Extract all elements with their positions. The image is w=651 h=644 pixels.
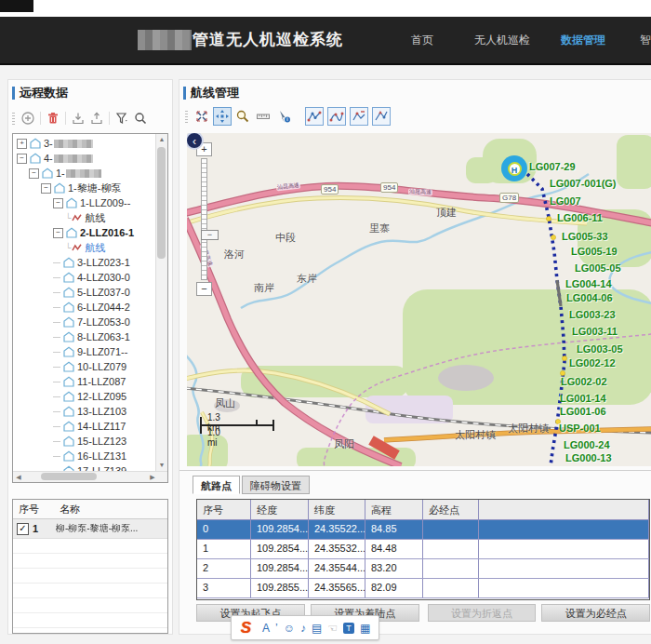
waypoint-row-1[interactable]: 1109.2854...24.35532...84.48 xyxy=(197,540,649,559)
map-canvas[interactable]: ‹ + − − H LG007-29LG007-001(G)LG007LG006… xyxy=(187,133,651,466)
tree-node-16-LLZ131[interactable]: 16-LLZ131 xyxy=(13,449,156,463)
route-add-waypoint-icon[interactable] xyxy=(305,107,324,126)
helipad-marker[interactable]: H xyxy=(501,155,527,181)
zoom-slider-handle[interactable]: − xyxy=(201,230,219,240)
cell: 24.35544... xyxy=(309,559,365,578)
tree-node-7-LLZ053-0[interactable]: 7-LLZ053-0 xyxy=(13,315,156,329)
tree-node-6-LLZ044-2[interactable]: 6-LLZ044-2 xyxy=(13,300,156,315)
tab-航路点[interactable]: 航路点 xyxy=(193,476,240,494)
collapse-toggle[interactable]: − xyxy=(29,168,39,179)
scroll-up-arrow[interactable]: ▲ xyxy=(156,134,167,145)
tree-node-label: 2-LLZ016-1 xyxy=(80,227,134,238)
col-header-0: 序号 xyxy=(197,500,251,519)
waypoint-table: 序号经度纬度高程必经点0109.2854...24.35522...84.851… xyxy=(196,499,650,600)
nav-item-4[interactable]: 智 xyxy=(640,33,651,48)
tree-node-[interactable]: └航线 xyxy=(13,210,156,225)
collapse-toggle[interactable]: − xyxy=(53,228,63,238)
zoom-icon[interactable] xyxy=(233,107,252,126)
tree-node-3-[interactable]: +3- xyxy=(13,136,156,151)
nav-item-3[interactable]: 数据管理 xyxy=(561,33,605,48)
tree-node-5-LLZ037-0[interactable]: 5-LLZ037-0 xyxy=(13,285,156,300)
sogou-logo[interactable]: S xyxy=(237,619,255,637)
vscroll-thumb[interactable] xyxy=(157,147,166,259)
font-size-icon[interactable]: A xyxy=(262,619,270,637)
tree-node-11-LLZ087[interactable]: 11-LLZ087 xyxy=(13,374,156,389)
toolbar-drag-handle[interactable] xyxy=(185,110,188,123)
tree-branch-connector: └ xyxy=(65,243,71,252)
nav-item-2[interactable]: 无人机巡检 xyxy=(474,33,530,48)
collapse-toggle[interactable]: − xyxy=(53,198,63,208)
tree-horizontal-scrollbar[interactable]: ◀ ▶ xyxy=(13,471,168,482)
tree-node-14-LLZ117[interactable]: 14-LLZ117 xyxy=(13,419,156,434)
collapse-toggle[interactable]: − xyxy=(41,183,51,194)
import-icon[interactable] xyxy=(70,110,86,127)
tree-node-9-LLZ071--[interactable]: 9-LLZ071-- xyxy=(13,344,156,359)
tree-node-13-LLZ103[interactable]: 13-LLZ103 xyxy=(13,404,156,419)
search-icon[interactable] xyxy=(132,110,149,127)
tree-node-4-LLZ030-0[interactable]: 4-LLZ030-0 xyxy=(13,270,156,285)
road-number-badge: 954 xyxy=(380,182,398,193)
zoom-out-button[interactable]: − xyxy=(196,282,212,296)
scroll-right-arrow[interactable]: ▶ xyxy=(147,472,158,482)
tree-node-3-LLZ023-1[interactable]: 3-LLZ023-1 xyxy=(13,255,156,270)
route-list-row[interactable]: ✓1柳-柳泵-黎塘-柳泵... xyxy=(13,519,167,539)
tree-node-10-LLZ079[interactable]: 10-LLZ079 xyxy=(13,359,156,374)
voice-input-icon[interactable]: ♪ xyxy=(300,619,306,637)
place-name-label: 南岸 xyxy=(254,281,274,295)
scroll-left-arrow[interactable]: ◀ xyxy=(13,472,24,482)
route-icon xyxy=(72,243,82,252)
tree-node-15-LLZ123[interactable]: 15-LLZ123 xyxy=(13,434,156,449)
waypoint-row-0[interactable]: 0109.2854...24.35522...84.85 xyxy=(197,520,649,540)
waypoint-row-3[interactable]: 3109.2855...24.35565...82.09 xyxy=(197,579,649,598)
tree-node-1-LLZ009--[interactable]: −1-LLZ009-- xyxy=(13,195,156,210)
tree-node-17-LLZ139[interactable]: 17-LLZ139 xyxy=(13,463,156,471)
tree-node-label: 航线 xyxy=(85,211,105,225)
route-delete-waypoint-icon[interactable] xyxy=(350,107,368,126)
tree-node-1-[interactable]: −1- xyxy=(13,166,156,181)
tree-connector xyxy=(53,352,60,353)
toolbox-icon[interactable]: ▦ xyxy=(360,619,370,637)
tree-node-8-LLZ063-1[interactable]: 8-LLZ063-1 xyxy=(13,329,156,344)
handwriting-icon[interactable]: ☜ xyxy=(327,619,338,637)
zoom-slider-track[interactable]: − xyxy=(201,158,207,280)
tree-node-label: 16-LLZ131 xyxy=(77,450,126,462)
emoji-icon[interactable]: ☺ xyxy=(284,619,295,637)
tree-node-label: 1- xyxy=(56,168,65,179)
route-move-waypoint-icon[interactable] xyxy=(327,107,346,126)
punctuation-icon[interactable]: ’ xyxy=(275,619,278,637)
section-divider xyxy=(179,470,651,471)
full-extent-icon[interactable] xyxy=(193,107,211,126)
soft-keyboard-icon[interactable]: ▤ xyxy=(312,619,322,637)
measure-icon[interactable] xyxy=(254,107,272,126)
filter-icon[interactable] xyxy=(113,110,130,127)
tree-node-4-[interactable]: −4- xyxy=(13,151,156,166)
route-checkbox[interactable]: ✓ xyxy=(17,523,29,535)
tree-vertical-scrollbar[interactable]: ▲ ▼ xyxy=(155,134,167,471)
tab-障碍物设置[interactable]: 障碍物设置 xyxy=(242,476,310,494)
skin-icon[interactable]: T xyxy=(343,623,354,634)
waypoint-label: USP-001 xyxy=(559,423,601,434)
pan-icon[interactable] xyxy=(213,107,232,126)
place-name-label: 里寨 xyxy=(369,221,390,235)
route-insert-waypoint-icon[interactable] xyxy=(372,107,391,126)
collapse-toggle[interactable]: − xyxy=(17,154,27,164)
hscroll-thumb[interactable] xyxy=(41,473,97,480)
nav-item-1[interactable]: 首页 xyxy=(411,33,433,48)
tree-node-2-LLZ016-1[interactable]: −2-LLZ016-1 xyxy=(13,225,156,240)
identify-icon[interactable]: i xyxy=(274,107,293,126)
export-icon[interactable] xyxy=(88,110,105,127)
tree-node-12-LLZ095[interactable]: 12-LLZ095 xyxy=(13,389,156,404)
waypoint-row-2[interactable]: 2109.2854...24.35544...83.20 xyxy=(197,559,649,579)
tree-node-1--[interactable]: −1-黎塘-柳泵 xyxy=(13,181,156,195)
route-management-panel: 航线管理 i xyxy=(179,79,651,635)
toolbar-drag-handle[interactable] xyxy=(12,112,15,125)
cell: 24.35565... xyxy=(309,579,365,597)
add-icon[interactable] xyxy=(20,110,36,127)
expand-toggle[interactable]: + xyxy=(17,139,27,149)
home-icon xyxy=(63,272,74,283)
delete-icon[interactable] xyxy=(45,110,61,127)
tree-connector xyxy=(53,441,60,442)
scroll-down-arrow[interactable]: ▼ xyxy=(156,460,167,471)
tree-node-[interactable]: └航线 xyxy=(13,240,156,255)
btn-设置为必经点[interactable]: 设置为必经点 xyxy=(541,604,650,622)
